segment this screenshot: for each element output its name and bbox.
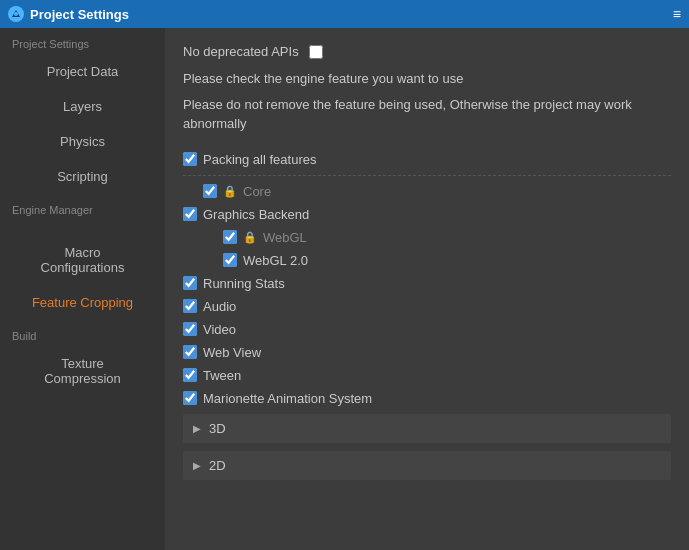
- no-deprecated-apis-row: No deprecated APIs: [183, 44, 671, 59]
- arrow-2d: ▶: [193, 460, 201, 471]
- web-view-label: Web View: [203, 345, 261, 360]
- sidebar-section-label-engine: Engine Manager: [0, 194, 165, 220]
- info-text: Please check the engine feature you want…: [183, 69, 671, 89]
- lock-icon-webgl: 🔒: [243, 231, 257, 244]
- tween-label: Tween: [203, 368, 241, 383]
- sidebar: Project Settings Project Data Layers Phy…: [0, 28, 165, 550]
- feature-marionette: Marionette Animation System: [183, 387, 671, 410]
- sidebar-item-physics[interactable]: Physics: [0, 124, 165, 159]
- feature-packing-all: Packing all features: [183, 148, 671, 171]
- sidebar-item-scripting[interactable]: Scripting: [0, 159, 165, 194]
- video-checkbox[interactable]: [183, 322, 197, 336]
- webgl-checkbox[interactable]: [223, 230, 237, 244]
- warning-text: Please do not remove the feature being u…: [183, 95, 671, 134]
- svg-point-1: [14, 12, 18, 16]
- collapsible-3d-header[interactable]: ▶ 3D: [183, 414, 671, 443]
- feature-tween: Tween: [183, 364, 671, 387]
- title-bar: Project Settings ≡: [0, 0, 689, 28]
- tween-checkbox[interactable]: [183, 368, 197, 382]
- graphics-backend-checkbox[interactable]: [183, 207, 197, 221]
- graphics-backend-label: Graphics Backend: [203, 207, 309, 222]
- running-stats-label: Running Stats: [203, 276, 285, 291]
- marionette-label: Marionette Animation System: [203, 391, 372, 406]
- sidebar-item-project-data[interactable]: Project Data: [0, 54, 165, 89]
- label-3d: 3D: [209, 421, 226, 436]
- no-deprecated-apis-checkbox[interactable]: [309, 45, 323, 59]
- feature-audio: Audio: [183, 295, 671, 318]
- title-bar-left: Project Settings: [8, 6, 129, 22]
- window-title: Project Settings: [30, 7, 129, 22]
- separator-1: [183, 175, 671, 176]
- webgl2-checkbox[interactable]: [223, 253, 237, 267]
- packing-all-label: Packing all features: [203, 152, 316, 167]
- webgl-label: WebGL: [263, 230, 307, 245]
- audio-label: Audio: [203, 299, 236, 314]
- sidebar-item-texture-compression[interactable]: TextureCompression: [0, 346, 165, 396]
- collapsible-3d: ▶ 3D: [183, 414, 671, 443]
- lock-icon-core: 🔒: [223, 185, 237, 198]
- feature-webgl2: WebGL 2.0: [183, 249, 671, 272]
- main-layout: Project Settings Project Data Layers Phy…: [0, 28, 689, 550]
- sidebar-item-layers[interactable]: Layers: [0, 89, 165, 124]
- sidebar-section-label-build: Build: [0, 320, 165, 346]
- label-2d: 2D: [209, 458, 226, 473]
- feature-web-view: Web View: [183, 341, 671, 364]
- collapsible-2d-header[interactable]: ▶ 2D: [183, 451, 671, 480]
- feature-core: 🔒 Core: [183, 180, 671, 203]
- feature-running-stats: Running Stats: [183, 272, 671, 295]
- core-label: Core: [243, 184, 271, 199]
- no-deprecated-apis-label: No deprecated APIs: [183, 44, 299, 59]
- web-view-checkbox[interactable]: [183, 345, 197, 359]
- packing-all-checkbox[interactable]: [183, 152, 197, 166]
- feature-video: Video: [183, 318, 671, 341]
- sidebar-item-macro-configurations[interactable]: MacroConfigurations: [0, 220, 165, 285]
- menu-icon[interactable]: ≡: [673, 6, 681, 22]
- sidebar-item-feature-cropping[interactable]: Feature Cropping: [0, 285, 165, 320]
- sidebar-section-label-project: Project Settings: [0, 28, 165, 54]
- feature-webgl: 🔒 WebGL: [183, 226, 671, 249]
- collapsible-2d: ▶ 2D: [183, 451, 671, 480]
- running-stats-checkbox[interactable]: [183, 276, 197, 290]
- app-icon: [8, 6, 24, 22]
- feature-graphics-backend: Graphics Backend: [183, 203, 671, 226]
- feature-list: Packing all features 🔒 Core Graphics Bac…: [183, 148, 671, 484]
- content-area: No deprecated APIs Please check the engi…: [165, 28, 689, 550]
- webgl2-label: WebGL 2.0: [243, 253, 308, 268]
- arrow-3d: ▶: [193, 423, 201, 434]
- audio-checkbox[interactable]: [183, 299, 197, 313]
- marionette-checkbox[interactable]: [183, 391, 197, 405]
- video-label: Video: [203, 322, 236, 337]
- core-checkbox[interactable]: [203, 184, 217, 198]
